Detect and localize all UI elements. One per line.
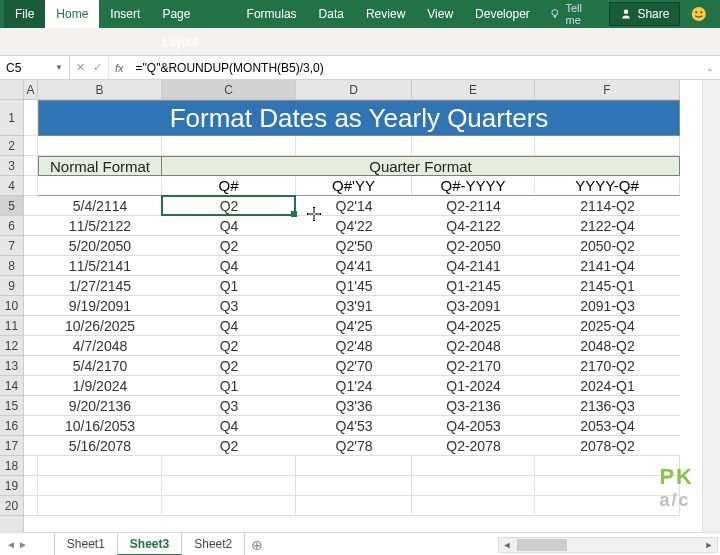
row-header-14[interactable]: 14 (0, 376, 23, 396)
row-header-13[interactable]: 13 (0, 356, 23, 376)
qyyyy-cell[interactable]: Q2-2078 (412, 436, 535, 456)
yyyyq-cell[interactable]: 2050-Q2 (535, 236, 680, 256)
qyy-cell[interactable]: Q1'24 (296, 376, 412, 396)
cell[interactable] (24, 496, 38, 516)
ribbon-tab-insert[interactable]: Insert (99, 0, 151, 28)
cell[interactable] (24, 336, 38, 356)
row-header-20[interactable]: 20 (0, 496, 23, 516)
qyy-cell[interactable]: Q1'45 (296, 276, 412, 296)
q-cell[interactable]: Q3 (162, 296, 296, 316)
cell[interactable] (24, 176, 38, 196)
yyyyq-cell[interactable]: 2145-Q1 (535, 276, 680, 296)
qyyyy-cell[interactable]: Q4-2141 (412, 256, 535, 276)
qyy-cell[interactable]: Q2'78 (296, 436, 412, 456)
row-header-11[interactable]: 11 (0, 316, 23, 336)
col-header-F[interactable]: F (535, 80, 680, 99)
ribbon-tab-data[interactable]: Data (308, 0, 355, 28)
cell[interactable] (24, 236, 38, 256)
qyy-cell[interactable]: Q3'36 (296, 396, 412, 416)
cell[interactable] (24, 196, 38, 216)
yyyyq-cell[interactable]: 2024-Q1 (535, 376, 680, 396)
cell[interactable] (24, 136, 38, 156)
q-cell[interactable]: Q2 (162, 336, 296, 356)
ribbon-tab-file[interactable]: File (4, 0, 45, 28)
qyyyy-cell[interactable]: Q2-2114 (412, 196, 535, 216)
cancel-icon[interactable]: ✕ (76, 61, 85, 74)
qyyyy-cell[interactable]: Q4-2122 (412, 216, 535, 236)
row-header-5[interactable]: 5 (0, 196, 23, 216)
row-header-17[interactable]: 17 (0, 436, 23, 456)
qyyyy-cell[interactable]: Q1-2024 (412, 376, 535, 396)
ribbon-tab-developer[interactable]: Developer (464, 0, 541, 28)
cell[interactable] (535, 136, 680, 156)
qyyyy-cell[interactable]: Q3-2136 (412, 396, 535, 416)
row-header-10[interactable]: 10 (0, 296, 23, 316)
cell[interactable] (24, 256, 38, 276)
add-sheet-button[interactable]: ⊕ (245, 537, 269, 553)
row-header-4[interactable]: 4 (0, 176, 23, 196)
qyyyy-cell[interactable]: Q2-2048 (412, 336, 535, 356)
qyy-cell[interactable]: Q2'70 (296, 356, 412, 376)
ribbon-tab-home[interactable]: Home (45, 0, 99, 28)
q-cell[interactable]: Q2 (162, 236, 296, 256)
subheader[interactable]: Q#'YY (296, 176, 412, 196)
cell[interactable] (296, 476, 412, 496)
cell[interactable] (162, 456, 296, 476)
date-cell[interactable]: 1/9/2024 (38, 376, 162, 396)
yyyyq-cell[interactable]: 2136-Q3 (535, 396, 680, 416)
cell[interactable] (24, 296, 38, 316)
row-header-12[interactable]: 12 (0, 336, 23, 356)
cell[interactable] (24, 396, 38, 416)
cell[interactable] (535, 496, 680, 516)
qyy-cell[interactable]: Q4'53 (296, 416, 412, 436)
vertical-scrollbar[interactable] (702, 80, 720, 532)
title-cell[interactable]: Format Dates as Yearly Quarters (38, 100, 680, 136)
header-normal[interactable]: Normal Format (38, 156, 162, 176)
horizontal-scrollbar[interactable]: ◄ ► (498, 537, 718, 553)
cell[interactable] (24, 356, 38, 376)
qyy-cell[interactable]: Q4'41 (296, 256, 412, 276)
cell[interactable] (412, 136, 535, 156)
row-header-3[interactable]: 3 (0, 156, 23, 176)
cell[interactable] (412, 456, 535, 476)
fx-icon[interactable]: fx (109, 62, 130, 74)
date-cell[interactable]: 11/5/2141 (38, 256, 162, 276)
cell[interactable] (38, 136, 162, 156)
subheader[interactable]: Q#-YYYY (412, 176, 535, 196)
qyyyy-cell[interactable]: Q3-2091 (412, 296, 535, 316)
date-cell[interactable]: 9/20/2136 (38, 396, 162, 416)
cell[interactable] (412, 496, 535, 516)
date-cell[interactable]: 11/5/2122 (38, 216, 162, 236)
header-quarter[interactable]: Quarter Format (162, 156, 680, 176)
row-header-9[interactable]: 9 (0, 276, 23, 296)
q-cell[interactable]: Q3 (162, 396, 296, 416)
row-header-16[interactable]: 16 (0, 416, 23, 436)
cell[interactable] (24, 156, 38, 176)
qyyyy-cell[interactable]: Q4-2025 (412, 316, 535, 336)
row-header-15[interactable]: 15 (0, 396, 23, 416)
row-header-18[interactable]: 18 (0, 456, 23, 476)
cell[interactable] (24, 476, 38, 496)
cell[interactable] (24, 416, 38, 436)
qyy-cell[interactable]: Q2'48 (296, 336, 412, 356)
cell[interactable] (24, 376, 38, 396)
q-cell[interactable]: Q2 (162, 196, 296, 216)
cell[interactable] (38, 176, 162, 196)
tab-nav[interactable]: ◄► (0, 539, 34, 550)
qyyyy-cell[interactable]: Q2-2170 (412, 356, 535, 376)
sheet-tab-sheet3[interactable]: Sheet3 (118, 533, 182, 555)
cell[interactable] (162, 496, 296, 516)
yyyyq-cell[interactable]: 2048-Q2 (535, 336, 680, 356)
yyyyq-cell[interactable]: 2078-Q2 (535, 436, 680, 456)
yyyyq-cell[interactable]: 2053-Q4 (535, 416, 680, 436)
tell-me[interactable]: Tell me (541, 2, 608, 26)
date-cell[interactable]: 5/16/2078 (38, 436, 162, 456)
qyy-cell[interactable]: Q2'50 (296, 236, 412, 256)
cell[interactable] (296, 136, 412, 156)
formula-input[interactable]: ="Q"&ROUNDUP(MONTH(B5)/3,0) (130, 61, 700, 75)
row-header-2[interactable]: 2 (0, 136, 23, 156)
ribbon-tab-formulas[interactable]: Formulas (236, 0, 308, 28)
cell[interactable] (296, 456, 412, 476)
date-cell[interactable]: 1/27/2145 (38, 276, 162, 296)
row-header-1[interactable]: 1 (0, 100, 23, 136)
